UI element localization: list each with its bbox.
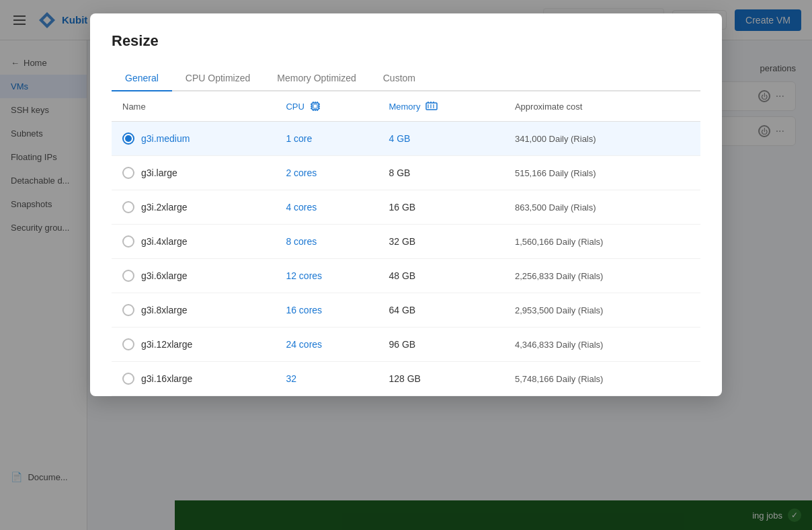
cpu-icon — [310, 101, 321, 112]
cell-cpu-1: 2 cores — [275, 156, 378, 190]
cell-name-6[interactable]: g3i.12xlarge — [112, 328, 275, 362]
svg-rect-17 — [433, 104, 434, 108]
radio-button-5[interactable] — [122, 304, 134, 316]
cell-cost-1: 515,166 Daily (Rials) — [504, 156, 700, 190]
vm-name-3: g3i.4xlarge — [141, 236, 188, 247]
table-row[interactable]: g3i.4xlarge 8 cores 32 GB 1,560,166 Dail… — [112, 225, 700, 259]
vm-name-4: g3i.6xlarge — [141, 270, 188, 281]
table-row[interactable]: g3i.medium 1 core 4 GB 341,000 Daily (Ri… — [112, 122, 700, 156]
table-row[interactable]: g3i.16xlarge 32 128 GB 5,748,166 Daily (… — [112, 362, 700, 396]
vm-name-7: g3i.16xlarge — [141, 373, 192, 384]
cell-memory-7: 128 GB — [378, 362, 503, 396]
radio-button-3[interactable] — [122, 235, 134, 248]
cell-cost-0: 341,000 Daily (Rials) — [504, 122, 700, 156]
vm-name-5: g3i.8xlarge — [141, 305, 188, 315]
vm-name-0: g3i.medium — [141, 133, 190, 144]
radio-button-0[interactable] — [122, 132, 134, 145]
cell-memory-3: 32 GB — [378, 225, 503, 259]
vm-name-1: g3i.large — [141, 167, 177, 178]
cell-cpu-3: 8 cores — [275, 225, 378, 259]
cell-memory-2: 16 GB — [378, 190, 503, 225]
table-body: g3i.medium 1 core 4 GB 341,000 Daily (Ri… — [112, 122, 700, 396]
table-row[interactable]: g3i.2xlarge 4 cores 16 GB 863,500 Daily … — [112, 190, 700, 225]
cell-name-4[interactable]: g3i.6xlarge — [112, 259, 275, 293]
vm-name-6: g3i.12xlarge — [141, 339, 192, 350]
tab-general[interactable]: General — [112, 66, 172, 91]
cell-cost-5: 2,953,500 Daily (Rials) — [504, 293, 700, 328]
cell-cost-4: 2,256,833 Daily (Rials) — [504, 259, 700, 293]
modal-tabs: General CPU Optimized Memory Optimized C… — [112, 66, 700, 91]
cell-cpu-6: 24 cores — [275, 328, 378, 362]
radio-button-7[interactable] — [122, 373, 134, 385]
cell-cpu-0: 1 core — [275, 122, 378, 156]
resize-modal: Resize General CPU Optimized Memory Opti… — [90, 13, 722, 396]
table-row[interactable]: g3i.8xlarge 16 cores 64 GB 2,953,500 Dai… — [112, 293, 700, 328]
cell-cpu-5: 16 cores — [275, 293, 378, 328]
svg-rect-16 — [430, 104, 432, 108]
cell-name-7[interactable]: g3i.16xlarge — [112, 362, 275, 396]
cell-cpu-2: 4 cores — [275, 190, 378, 225]
cell-name-2[interactable]: g3i.2xlarge — [112, 190, 275, 225]
cell-name-3[interactable]: g3i.4xlarge — [112, 225, 275, 259]
vm-name-2: g3i.2xlarge — [141, 202, 188, 213]
col-name: Name — [112, 91, 275, 122]
cell-cpu-7: 32 — [275, 362, 378, 396]
memory-icon — [425, 102, 438, 111]
svg-rect-15 — [428, 104, 429, 108]
radio-button-2[interactable] — [122, 201, 134, 213]
table-row[interactable]: g3i.12xlarge 24 cores 96 GB 4,346,833 Da… — [112, 328, 700, 362]
radio-button-6[interactable] — [122, 338, 134, 350]
cell-memory-0: 4 GB — [378, 122, 503, 156]
cell-cost-2: 863,500 Daily (Rials) — [504, 190, 700, 225]
cell-name-0[interactable]: g3i.medium — [112, 122, 275, 156]
cell-memory-6: 96 GB — [378, 328, 503, 362]
cell-name-5[interactable]: g3i.8xlarge — [112, 293, 275, 328]
table-row[interactable]: g3i.large 2 cores 8 GB 515,166 Daily (Ri… — [112, 156, 700, 190]
table-row[interactable]: g3i.6xlarge 12 cores 48 GB 2,256,833 Dai… — [112, 259, 700, 293]
cell-cost-6: 4,346,833 Daily (Rials) — [504, 328, 700, 362]
tab-memory-optimized[interactable]: Memory Optimized — [263, 66, 369, 91]
modal-title: Resize — [112, 32, 700, 50]
radio-button-1[interactable] — [122, 167, 134, 179]
col-cost: Approximate cost — [504, 91, 700, 122]
cell-name-1[interactable]: g3i.large — [112, 156, 275, 190]
tab-cpu-optimized[interactable]: CPU Optimized — [172, 66, 263, 91]
resize-table: Name CPU — [112, 91, 700, 396]
radio-button-4[interactable] — [122, 270, 134, 282]
table-header-row: Name CPU — [112, 91, 700, 122]
cell-cpu-4: 12 cores — [275, 259, 378, 293]
col-cpu: CPU — [275, 91, 378, 122]
col-memory: Memory — [378, 91, 503, 122]
cell-memory-5: 64 GB — [378, 293, 503, 328]
cell-cost-7: 5,748,166 Daily (Rials) — [504, 362, 700, 396]
resize-table-container[interactable]: Name CPU — [112, 91, 700, 396]
cell-cost-3: 1,560,166 Daily (Rials) — [504, 225, 700, 259]
svg-rect-1 — [313, 104, 317, 108]
cell-memory-4: 48 GB — [378, 259, 503, 293]
cell-memory-1: 8 GB — [378, 156, 503, 190]
tab-custom[interactable]: Custom — [370, 66, 429, 91]
